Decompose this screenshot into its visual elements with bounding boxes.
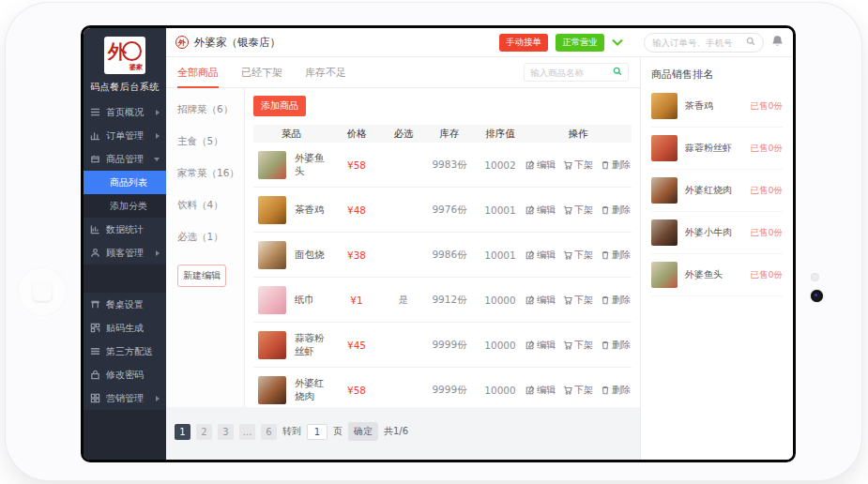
dish-name: 外婆红烧肉 [295, 377, 329, 403]
edit-button[interactable]: 编辑 [525, 159, 556, 172]
col-required: 必选 [384, 128, 423, 141]
chevron-down-icon [154, 158, 160, 161]
tab-low-stock[interactable]: 库存不足 [305, 57, 346, 88]
dish-price: ¥1 [329, 295, 384, 306]
dish-photo [651, 219, 678, 246]
off-shelf-button[interactable]: 下架 [563, 159, 593, 172]
ranking-dish-name: 外婆红烧肉 [685, 184, 742, 197]
dish-photo [258, 241, 286, 269]
brand-block: 外 婆家 码点餐后台系统 [84, 28, 166, 100]
table-row: 外婆红烧肉 ¥58 9999份 10000 编辑 下架 删除 [253, 368, 632, 413]
table-row: 茶香鸡 ¥48 9976份 10001 编辑 下架 删除 [253, 188, 632, 233]
content-area: 招牌菜（6） 主食（5） 家常菜（16） 饮料（4） 必选（1） 新建编辑 添加… [166, 88, 640, 407]
sidebar-item-qr-stickers[interactable]: 贴码生成 [84, 316, 166, 340]
goods-search-icon[interactable] [613, 67, 622, 78]
tab-off-shelf[interactable]: 已经下架 [241, 57, 282, 88]
marketing-grid-icon [90, 393, 100, 403]
brand-logo: 外 婆家 [104, 37, 145, 74]
category-staple[interactable]: 主食（5） [177, 135, 244, 148]
edit-button[interactable]: 编辑 [525, 204, 556, 217]
business-status-button[interactable]: 正常营业 [556, 34, 604, 52]
add-goods-button[interactable]: 添加商品 [253, 96, 306, 116]
goods-search-box [524, 63, 629, 82]
page-button-3[interactable]: 3 [218, 424, 234, 440]
category-homestyle[interactable]: 家常菜（16） [177, 167, 244, 180]
sidebar-item-label: 营销管理 [106, 392, 150, 405]
ranking-item: 蒜蓉粉丝虾 已售0份 [651, 128, 783, 170]
order-search-input[interactable] [652, 38, 742, 48]
dish-photo [258, 151, 286, 179]
new-edit-button[interactable]: 新建编辑 [177, 265, 226, 287]
category-required[interactable]: 必选（1） [177, 231, 244, 244]
manual-accept-button[interactable]: 手动接单 [499, 34, 548, 52]
sidebar-item-table-settings[interactable]: 餐桌设置 [84, 293, 166, 316]
dish-stock: 9912份 [423, 294, 476, 307]
goods-search-input[interactable] [530, 68, 609, 78]
ranking-item: 外婆小牛肉 已售0份 [651, 212, 783, 254]
delete-button[interactable]: 删除 [601, 294, 631, 307]
off-shelf-label: 下架 [574, 204, 593, 217]
off-shelf-button[interactable]: 下架 [563, 339, 593, 352]
delete-button[interactable]: 删除 [601, 384, 631, 397]
delete-label: 删除 [612, 204, 631, 217]
dish-name: 面包烧 [295, 249, 325, 262]
sidebar-item-third-party-delivery[interactable]: 第三方配送 [84, 340, 166, 363]
edit-label: 编辑 [537, 294, 556, 307]
edit-button[interactable]: 编辑 [525, 249, 556, 262]
edit-button[interactable]: 编辑 [525, 384, 556, 397]
chevron-right-icon [156, 110, 160, 115]
sidebar-item-orders[interactable]: 订单管理 [84, 124, 166, 147]
edit-button[interactable]: 编辑 [525, 294, 556, 307]
delete-label: 删除 [612, 159, 631, 172]
delete-button[interactable]: 删除 [601, 204, 631, 217]
delete-button[interactable]: 删除 [601, 159, 631, 172]
goto-confirm-button[interactable]: 确定 [348, 422, 378, 441]
dish-stock: 9999份 [423, 384, 476, 397]
statistics-icon [90, 224, 100, 234]
tab-all-goods[interactable]: 全部商品 [177, 57, 219, 88]
off-shelf-button[interactable]: 下架 [563, 204, 593, 217]
dish-photo [258, 376, 286, 404]
sidebar-item-label: 修改密码 [106, 369, 160, 382]
delete-button[interactable]: 删除 [601, 249, 631, 262]
sidebar: 外 婆家 码点餐后台系统 首页概况 订单管理 [84, 28, 166, 460]
sidebar-item-goods-list[interactable]: 商品列表 [84, 171, 166, 194]
store-name: 外婆家（银泰店） [194, 36, 281, 50]
status-chevron-down-icon[interactable] [612, 38, 623, 48]
sidebar-item-customers[interactable]: 顾客管理 [84, 241, 166, 265]
off-shelf-label: 下架 [574, 384, 593, 397]
category-drinks[interactable]: 饮料（4） [177, 199, 244, 212]
edit-button[interactable]: 编辑 [525, 339, 556, 352]
edit-label: 编辑 [537, 204, 556, 217]
notification-bell-icon[interactable] [771, 35, 784, 50]
sidebar-item-add-category[interactable]: 添加分类 [84, 194, 166, 218]
sidebar-item-home[interactable]: 首页概况 [84, 100, 166, 124]
ranking-item: 外婆红烧肉 已售0份 [651, 170, 783, 212]
col-price: 价格 [329, 128, 384, 141]
goto-page-input[interactable] [307, 424, 327, 440]
col-stock: 库存 [423, 128, 476, 141]
delete-button[interactable]: 删除 [601, 339, 631, 352]
edit-label: 编辑 [537, 339, 556, 352]
sidebar-item-marketing[interactable]: 营销管理 [84, 386, 166, 410]
ranking-dish-name: 蒜蓉粉丝虾 [685, 142, 742, 155]
dish-photo [258, 286, 286, 314]
sidebar-item-goods[interactable]: 商品管理 [84, 147, 166, 171]
page-button-2[interactable]: 2 [196, 424, 212, 440]
off-shelf-button[interactable]: 下架 [563, 294, 593, 307]
dish-sort: 10000 [476, 340, 525, 351]
ranking-sold-badge: 已售0份 [750, 185, 783, 197]
page-button-6[interactable]: 6 [261, 424, 277, 440]
ranking-dish-name: 茶香鸡 [685, 99, 742, 113]
col-actions: 操作 [525, 128, 632, 141]
off-shelf-button[interactable]: 下架 [563, 384, 593, 397]
sidebar-item-change-password[interactable]: 修改密码 [84, 363, 166, 386]
search-icon[interactable] [746, 37, 755, 48]
category-signature[interactable]: 招牌菜（6） [177, 103, 244, 116]
qr-sticker-icon [90, 323, 100, 333]
dish-photo [651, 135, 678, 161]
page-button-1[interactable]: 1 [175, 424, 190, 440]
home-button[interactable] [17, 266, 68, 317]
sidebar-item-statistics[interactable]: 数据统计 [84, 218, 166, 241]
off-shelf-button[interactable]: 下架 [563, 249, 593, 262]
